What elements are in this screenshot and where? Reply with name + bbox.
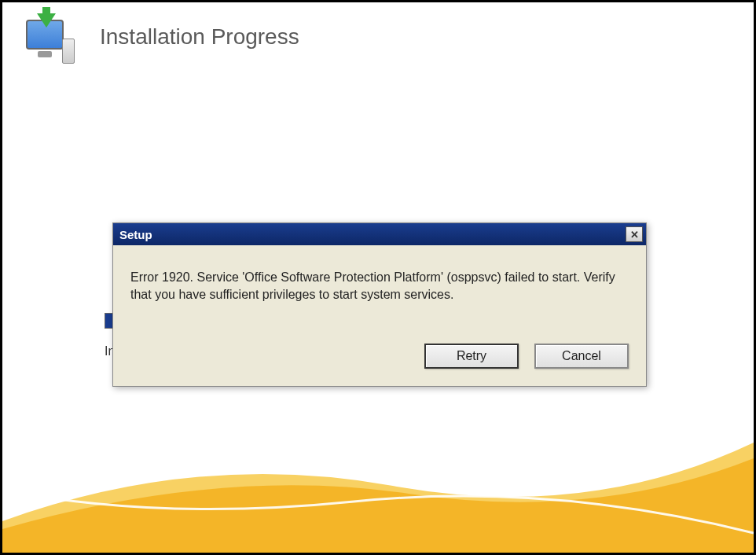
decorative-swoosh (2, 411, 754, 553)
error-dialog: Setup ✕ Error 1920. Service 'Office Soft… (112, 222, 647, 387)
dialog-title: Setup (119, 228, 152, 241)
close-button[interactable]: ✕ (626, 226, 643, 242)
header: Installation Progress (2, 2, 754, 84)
cancel-button[interactable]: Cancel (534, 344, 629, 369)
installer-icon (26, 18, 76, 68)
page-title: Installation Progress (100, 24, 299, 50)
dialog-body: Error 1920. Service 'Office Software Pro… (113, 245, 646, 386)
close-icon: ✕ (630, 229, 639, 241)
error-message: Error 1920. Service 'Office Software Pro… (130, 269, 629, 304)
dialog-buttons: Retry Cancel (130, 344, 629, 369)
installer-window: Installation Progress In Setup ✕ Error 1… (2, 2, 754, 553)
retry-button[interactable]: Retry (424, 344, 519, 369)
dialog-titlebar[interactable]: Setup ✕ (113, 223, 646, 245)
